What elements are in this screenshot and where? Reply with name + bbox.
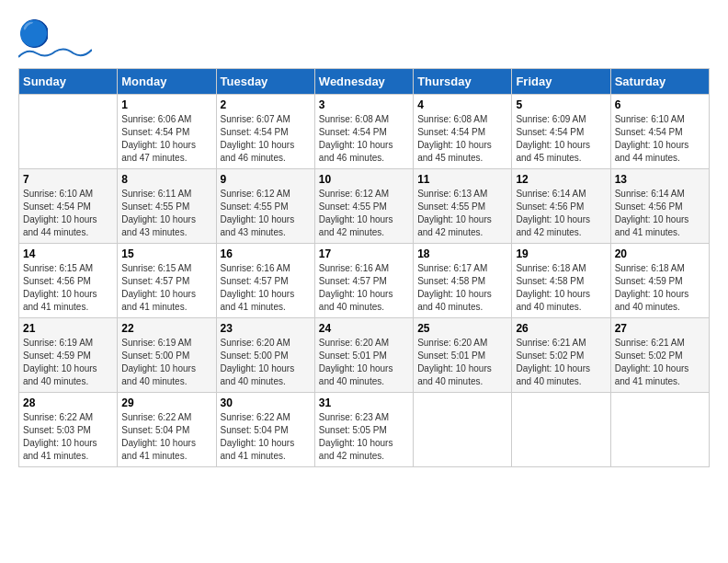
calendar-cell: 6Sunrise: 6:10 AM Sunset: 4:54 PM Daylig… <box>610 95 709 169</box>
day-number: 10 <box>319 173 409 186</box>
day-number: 13 <box>615 173 705 186</box>
calendar-week-row: 1Sunrise: 6:06 AM Sunset: 4:54 PM Daylig… <box>19 95 710 169</box>
weekday-header: Saturday <box>610 69 709 95</box>
calendar-cell: 10Sunrise: 6:12 AM Sunset: 4:55 PM Dayli… <box>314 169 413 244</box>
logo-wave-icon <box>18 46 92 59</box>
calendar-week-row: 7Sunrise: 6:10 AM Sunset: 4:54 PM Daylig… <box>19 169 710 244</box>
calendar-cell: 11Sunrise: 6:13 AM Sunset: 4:55 PM Dayli… <box>414 169 512 244</box>
day-info: Sunrise: 6:09 AM Sunset: 4:54 PM Dayligh… <box>516 113 606 165</box>
calendar-cell: 5Sunrise: 6:09 AM Sunset: 4:54 PM Daylig… <box>512 95 610 169</box>
day-info: Sunrise: 6:21 AM Sunset: 5:02 PM Dayligh… <box>516 337 606 388</box>
calendar-cell: 7Sunrise: 6:10 AM Sunset: 4:54 PM Daylig… <box>19 169 118 244</box>
day-number: 24 <box>319 322 409 335</box>
day-number: 12 <box>516 173 606 186</box>
calendar-cell: 4Sunrise: 6:08 AM Sunset: 4:54 PM Daylig… <box>414 95 512 169</box>
weekday-header: Monday <box>118 69 216 95</box>
day-number: 3 <box>319 98 409 111</box>
day-info: Sunrise: 6:06 AM Sunset: 4:54 PM Dayligh… <box>121 113 211 165</box>
day-info: Sunrise: 6:22 AM Sunset: 5:04 PM Dayligh… <box>221 411 311 463</box>
day-info: Sunrise: 6:08 AM Sunset: 4:54 PM Dayligh… <box>319 113 409 165</box>
logo: 🔵 <box>18 18 92 59</box>
day-info: Sunrise: 6:15 AM Sunset: 4:57 PM Dayligh… <box>121 262 211 314</box>
calendar-cell: 29Sunrise: 6:22 AM Sunset: 5:04 PM Dayli… <box>118 393 216 467</box>
day-number: 28 <box>23 396 113 409</box>
calendar-cell: 19Sunrise: 6:18 AM Sunset: 4:58 PM Dayli… <box>512 244 610 318</box>
calendar-cell: 20Sunrise: 6:18 AM Sunset: 4:59 PM Dayli… <box>610 244 709 318</box>
day-info: Sunrise: 6:18 AM Sunset: 4:58 PM Dayligh… <box>516 262 606 314</box>
calendar-table: SundayMondayTuesdayWednesdayThursdayFrid… <box>18 68 710 467</box>
day-number: 19 <box>516 247 606 260</box>
calendar-cell: 8Sunrise: 6:11 AM Sunset: 4:55 PM Daylig… <box>118 169 216 244</box>
calendar-cell: 28Sunrise: 6:22 AM Sunset: 5:03 PM Dayli… <box>19 393 118 467</box>
page-header: 🔵 <box>18 18 710 59</box>
day-number: 1 <box>121 98 211 111</box>
day-number: 4 <box>417 98 507 111</box>
day-info: Sunrise: 6:10 AM Sunset: 4:54 PM Dayligh… <box>23 188 113 239</box>
calendar-cell: 23Sunrise: 6:20 AM Sunset: 5:00 PM Dayli… <box>216 318 314 393</box>
day-number: 5 <box>516 98 606 111</box>
day-info: Sunrise: 6:08 AM Sunset: 4:54 PM Dayligh… <box>417 113 507 165</box>
day-number: 21 <box>23 322 113 335</box>
day-number: 2 <box>221 98 311 111</box>
day-number: 8 <box>121 173 211 186</box>
day-number: 18 <box>417 247 507 260</box>
calendar-cell <box>610 393 709 467</box>
day-info: Sunrise: 6:20 AM Sunset: 5:01 PM Dayligh… <box>417 337 507 388</box>
day-number: 23 <box>221 322 311 335</box>
day-info: Sunrise: 6:11 AM Sunset: 4:55 PM Dayligh… <box>121 188 211 239</box>
day-info: Sunrise: 6:22 AM Sunset: 5:03 PM Dayligh… <box>23 411 113 463</box>
day-number: 22 <box>121 322 211 335</box>
day-number: 30 <box>221 396 311 409</box>
weekday-header: Sunday <box>19 69 118 95</box>
calendar-week-row: 28Sunrise: 6:22 AM Sunset: 5:03 PM Dayli… <box>19 393 710 467</box>
calendar-cell: 26Sunrise: 6:21 AM Sunset: 5:02 PM Dayli… <box>512 318 610 393</box>
calendar-cell: 25Sunrise: 6:20 AM Sunset: 5:01 PM Dayli… <box>414 318 512 393</box>
calendar-cell: 30Sunrise: 6:22 AM Sunset: 5:04 PM Dayli… <box>216 393 314 467</box>
day-number: 27 <box>615 322 705 335</box>
day-info: Sunrise: 6:12 AM Sunset: 4:55 PM Dayligh… <box>319 188 409 239</box>
day-info: Sunrise: 6:19 AM Sunset: 4:59 PM Dayligh… <box>23 337 113 388</box>
day-number: 7 <box>23 173 113 186</box>
calendar-cell: 21Sunrise: 6:19 AM Sunset: 4:59 PM Dayli… <box>19 318 118 393</box>
calendar-cell: 9Sunrise: 6:12 AM Sunset: 4:55 PM Daylig… <box>216 169 314 244</box>
day-number: 14 <box>23 247 113 260</box>
day-info: Sunrise: 6:12 AM Sunset: 4:55 PM Dayligh… <box>221 188 311 239</box>
day-number: 25 <box>417 322 507 335</box>
day-number: 26 <box>516 322 606 335</box>
day-info: Sunrise: 6:17 AM Sunset: 4:58 PM Dayligh… <box>417 262 507 314</box>
calendar-cell <box>512 393 610 467</box>
day-info: Sunrise: 6:16 AM Sunset: 4:57 PM Dayligh… <box>319 262 409 314</box>
weekday-header: Wednesday <box>314 69 413 95</box>
day-info: Sunrise: 6:14 AM Sunset: 4:56 PM Dayligh… <box>516 188 606 239</box>
day-number: 31 <box>319 396 409 409</box>
calendar-week-row: 14Sunrise: 6:15 AM Sunset: 4:56 PM Dayli… <box>19 244 710 318</box>
calendar-cell: 17Sunrise: 6:16 AM Sunset: 4:57 PM Dayli… <box>314 244 413 318</box>
day-number: 15 <box>121 247 211 260</box>
day-info: Sunrise: 6:15 AM Sunset: 4:56 PM Dayligh… <box>23 262 113 314</box>
calendar-cell <box>19 95 118 169</box>
day-number: 17 <box>319 247 409 260</box>
calendar-cell: 13Sunrise: 6:14 AM Sunset: 4:56 PM Dayli… <box>610 169 709 244</box>
calendar-cell: 12Sunrise: 6:14 AM Sunset: 4:56 PM Dayli… <box>512 169 610 244</box>
day-info: Sunrise: 6:13 AM Sunset: 4:55 PM Dayligh… <box>417 188 507 239</box>
calendar-cell: 15Sunrise: 6:15 AM Sunset: 4:57 PM Dayli… <box>118 244 216 318</box>
day-info: Sunrise: 6:14 AM Sunset: 4:56 PM Dayligh… <box>615 188 705 239</box>
day-info: Sunrise: 6:19 AM Sunset: 5:00 PM Dayligh… <box>121 337 211 388</box>
day-info: Sunrise: 6:16 AM Sunset: 4:57 PM Dayligh… <box>221 262 311 314</box>
calendar-cell: 31Sunrise: 6:23 AM Sunset: 5:05 PM Dayli… <box>314 393 413 467</box>
day-number: 20 <box>615 247 705 260</box>
calendar-cell <box>414 393 512 467</box>
weekday-header: Tuesday <box>216 69 314 95</box>
day-number: 6 <box>615 98 705 111</box>
calendar-cell: 27Sunrise: 6:21 AM Sunset: 5:02 PM Dayli… <box>610 318 709 393</box>
day-info: Sunrise: 6:20 AM Sunset: 5:00 PM Dayligh… <box>221 337 311 388</box>
calendar-cell: 14Sunrise: 6:15 AM Sunset: 4:56 PM Dayli… <box>19 244 118 318</box>
logo-bird-icon: 🔵 <box>18 18 48 48</box>
calendar-header-row: SundayMondayTuesdayWednesdayThursdayFrid… <box>19 69 710 95</box>
weekday-header: Friday <box>512 69 610 95</box>
calendar-cell: 18Sunrise: 6:17 AM Sunset: 4:58 PM Dayli… <box>414 244 512 318</box>
calendar-cell: 2Sunrise: 6:07 AM Sunset: 4:54 PM Daylig… <box>216 95 314 169</box>
calendar-cell: 16Sunrise: 6:16 AM Sunset: 4:57 PM Dayli… <box>216 244 314 318</box>
day-info: Sunrise: 6:22 AM Sunset: 5:04 PM Dayligh… <box>121 411 211 463</box>
svg-text:🔵: 🔵 <box>18 18 48 48</box>
